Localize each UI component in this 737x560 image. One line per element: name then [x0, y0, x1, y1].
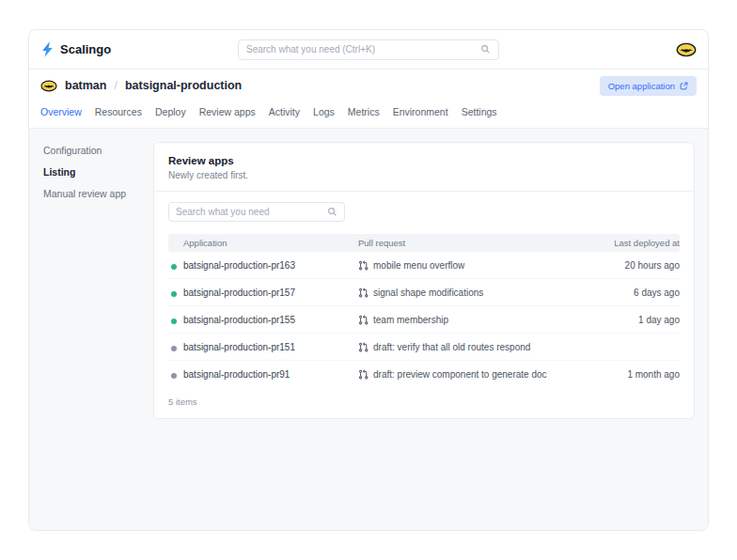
status-dot: [171, 373, 177, 379]
row-pull-request[interactable]: mobile menu overflow: [358, 260, 574, 271]
scalingo-logo[interactable]: Scalingo: [40, 41, 111, 57]
git-pull-request-icon: [358, 369, 368, 380]
table-row[interactable]: batsignal-production-pr151 draft: verify…: [168, 334, 680, 361]
global-search[interactable]: [238, 39, 499, 60]
column-last-deployed-at: Last deployed at: [574, 238, 680, 248]
table-row[interactable]: batsignal-production-pr91 draft: preview…: [168, 361, 680, 387]
row-application-name[interactable]: batsignal-production-pr157: [183, 288, 358, 298]
main-content: Configuration Listing Manual review app …: [29, 129, 708, 530]
pull-request-title: mobile menu overflow: [373, 260, 464, 271]
table-body: batsignal-production-pr163 mobile menu o…: [168, 252, 680, 387]
row-pull-request[interactable]: draft: preview component to generate doc: [358, 369, 574, 380]
app-window: Scalingo batman / batsigna: [28, 29, 709, 531]
pull-request-title: draft: verify that all old routes respon…: [373, 342, 530, 352]
row-last-deployed: 1 day ago: [574, 315, 680, 325]
row-pull-request[interactable]: signal shape modifications: [358, 288, 574, 298]
items-count: 5 items: [168, 397, 680, 407]
tab-environment[interactable]: Environment: [393, 106, 448, 117]
breadcrumb-owner[interactable]: batman: [65, 79, 106, 92]
batman-avatar-icon: [676, 42, 697, 57]
review-apps-search-input[interactable]: [176, 207, 327, 217]
open-application-label: Open application: [608, 81, 675, 91]
table-header: Application Pull request Last deployed a…: [168, 234, 680, 252]
open-application-button[interactable]: Open application: [600, 76, 697, 96]
pull-request-title: team membership: [373, 315, 448, 325]
breadcrumb: batman / batsignal-production: [40, 79, 242, 92]
pull-request-title: signal shape modifications: [373, 288, 483, 298]
git-pull-request-icon: [358, 342, 368, 352]
search-icon: [480, 44, 491, 54]
status-dot: [171, 346, 177, 351]
column-pull-request: Pull request: [358, 238, 574, 248]
breadcrumb-app[interactable]: batsignal-production: [125, 79, 242, 92]
tab-deploy[interactable]: Deploy: [155, 106, 186, 117]
git-pull-request-icon: [358, 315, 368, 325]
row-application-name[interactable]: batsignal-production-pr91: [183, 369, 358, 380]
row-application-name[interactable]: batsignal-production-pr151: [183, 342, 358, 352]
user-avatar[interactable]: [676, 42, 697, 57]
tab-overview[interactable]: Overview: [40, 106, 82, 117]
column-application: Application: [183, 238, 358, 248]
row-last-deployed: 6 days ago: [574, 288, 680, 298]
status-dot: [171, 319, 177, 324]
tab-metrics[interactable]: Metrics: [348, 106, 380, 117]
external-link-icon: [680, 82, 688, 90]
git-pull-request-icon: [358, 260, 368, 271]
search-icon: [327, 207, 337, 217]
panel-title: Review apps: [168, 155, 680, 166]
app-nav-tabs: Overview Resources Deploy Review apps Ac…: [29, 101, 708, 129]
review-apps-search[interactable]: [168, 202, 345, 222]
row-pull-request[interactable]: draft: verify that all old routes respon…: [358, 342, 574, 352]
status-dot: [171, 291, 177, 297]
breadcrumb-bar: batman / batsignal-production Open appli…: [29, 70, 708, 101]
section-sidebar: Configuration Listing Manual review app: [29, 142, 153, 199]
row-application-name[interactable]: batsignal-production-pr163: [183, 260, 358, 271]
top-bar: Scalingo: [29, 30, 708, 70]
row-application-name[interactable]: batsignal-production-pr155: [183, 315, 358, 325]
tab-logs[interactable]: Logs: [313, 106, 335, 117]
table-row[interactable]: batsignal-production-pr157 signal shape …: [168, 279, 680, 306]
tab-activity[interactable]: Activity: [269, 106, 300, 117]
status-dot: [171, 264, 177, 270]
tab-settings[interactable]: Settings: [462, 106, 497, 117]
panel-divider: [154, 191, 694, 192]
sidebar-item-configuration[interactable]: Configuration: [43, 145, 153, 156]
review-apps-panel: Review apps Newly created first. Applica…: [153, 142, 695, 419]
tab-resources[interactable]: Resources: [95, 106, 142, 117]
sidebar-item-manual-review-app[interactable]: Manual review app: [43, 188, 153, 199]
row-last-deployed: 20 hours ago: [574, 260, 680, 271]
breadcrumb-separator: /: [114, 79, 117, 92]
global-search-input[interactable]: [246, 44, 480, 54]
row-pull-request[interactable]: team membership: [358, 315, 574, 325]
batman-owner-icon: [40, 80, 57, 92]
table-row[interactable]: batsignal-production-pr163 mobile menu o…: [168, 252, 680, 279]
tab-review-apps[interactable]: Review apps: [199, 106, 256, 117]
git-pull-request-icon: [358, 288, 368, 298]
brand-name: Scalingo: [60, 42, 111, 56]
sidebar-item-listing[interactable]: Listing: [43, 166, 153, 178]
panel-subtitle: Newly created first.: [168, 170, 680, 180]
row-last-deployed: 1 month ago: [574, 369, 680, 380]
pull-request-title: draft: preview component to generate doc: [373, 369, 547, 380]
scalingo-bolt-icon: [40, 41, 55, 57]
table-row[interactable]: batsignal-production-pr155 team membersh…: [168, 306, 680, 334]
